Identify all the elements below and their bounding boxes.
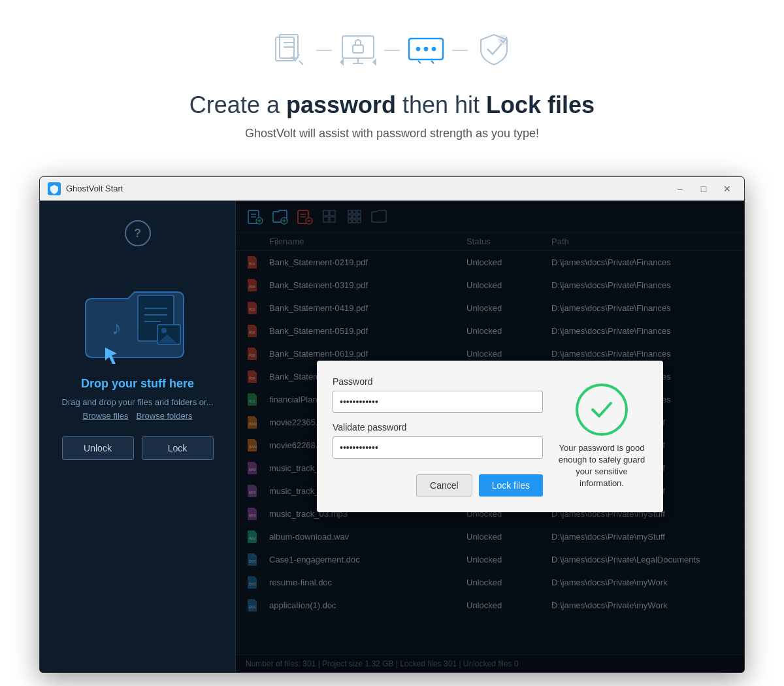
arrow1: — [316, 40, 332, 58]
browse-folders-link[interactable]: Browse folders [137, 411, 193, 421]
password-bold: password [286, 91, 396, 118]
drop-title: Drop your stuff here [81, 377, 194, 391]
svg-point-25 [161, 328, 167, 333]
arrow2: — [384, 40, 400, 58]
cancel-button[interactable]: Cancel [416, 474, 472, 497]
password-modal: Password Validate password Cancel Lock f… [317, 361, 663, 512]
svg-marker-10 [340, 58, 344, 66]
password-label: Password [333, 376, 543, 387]
app-logo [48, 182, 61, 195]
main-content: Filename Status Path PDF Bank_Statement-… [236, 201, 744, 672]
svg-text:♪: ♪ [112, 317, 122, 338]
arrow3: — [452, 40, 468, 58]
lock-button[interactable]: Lock [142, 436, 214, 460]
lock-bold: Lock files [486, 91, 595, 118]
step3-icon [403, 26, 449, 72]
title-bar: GhostVolt Start – □ ✕ [40, 177, 744, 201]
password-input[interactable] [333, 391, 543, 413]
unlock-button[interactable]: Unlock [62, 436, 134, 460]
validate-input[interactable] [333, 436, 543, 459]
modal-buttons: Cancel Lock files [333, 474, 543, 497]
close-button[interactable]: ✕ [718, 182, 736, 196]
step1-icon [267, 26, 313, 72]
hero-title: Create a password then hit Lock files [0, 91, 784, 119]
steps-diagram: — — — [0, 26, 784, 72]
sidebar: ? ♪ Drop your stuff here Drag a [40, 201, 236, 672]
app-window: GhostVolt Start – □ ✕ ? ♪ [39, 176, 745, 673]
action-buttons: Unlock Lock [62, 436, 214, 460]
maximize-button[interactable]: □ [694, 182, 713, 196]
svg-point-14 [424, 47, 428, 51]
step2-icon [335, 26, 381, 72]
svg-point-15 [432, 47, 436, 51]
drop-subtitle: Drag and drop your files and folders or.… [62, 397, 214, 407]
browse-links: Browse files Browse folders [82, 411, 192, 421]
window-controls: – □ ✕ [671, 182, 736, 196]
modal-overlay: Password Validate password Cancel Lock f… [236, 201, 744, 672]
modal-inner: Password Validate password Cancel Lock f… [333, 376, 647, 497]
help-icon[interactable]: ? [125, 220, 151, 246]
step4-icon [471, 26, 517, 72]
modal-form: Password Validate password Cancel Lock f… [333, 376, 543, 497]
top-section: — — — [0, 0, 784, 160]
strength-indicator: Your password is good enough to safely g… [556, 376, 647, 497]
strength-text: Your password is good enough to safely g… [556, 442, 647, 490]
svg-line-17 [431, 61, 434, 63]
svg-marker-11 [372, 58, 376, 66]
svg-line-4 [299, 61, 303, 65]
svg-point-13 [416, 47, 420, 51]
strength-circle [576, 384, 628, 436]
hero-subtitle: GhostVolt will assist with password stre… [0, 127, 784, 140]
browse-files-link[interactable]: Browse files [82, 411, 128, 421]
app-content: ? ♪ Drop your stuff here Drag a [40, 201, 744, 672]
svg-point-18 [498, 35, 508, 45]
svg-rect-6 [353, 45, 363, 53]
folder-illustration: ♪ [73, 266, 203, 364]
svg-line-16 [418, 61, 421, 63]
lock-files-button[interactable]: Lock files [479, 474, 543, 497]
validate-label: Validate password [333, 422, 543, 433]
minimize-button[interactable]: – [671, 182, 689, 196]
window-title: GhostVolt Start [66, 184, 671, 193]
